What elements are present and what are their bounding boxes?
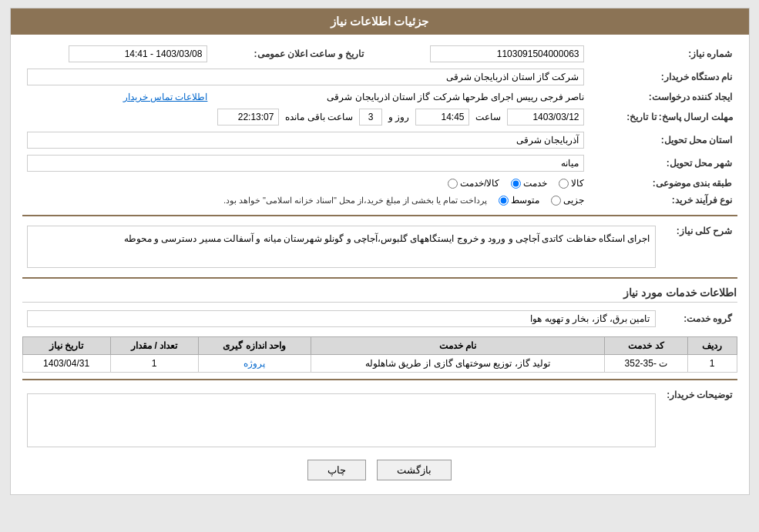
need-number-input: 1103091504000063 (430, 45, 584, 62)
cell-quantity: 1 (110, 355, 198, 373)
delivery-city-value-cell: میانه (22, 152, 589, 175)
buttons-area: بازگشت چاپ (22, 460, 737, 480)
service-group-value-cell: تامین برق، گاز، بخار و تهویه هوا (22, 307, 660, 330)
divider-2 (22, 277, 737, 279)
col-quantity: تعداد / مقدار (110, 337, 198, 355)
row-need-number: شماره نیاز: 1103091504000063 تاریخ و ساع… (22, 42, 737, 65)
row-delivery-province: استان محل تحویل: آذربایجان شرقی (22, 129, 737, 152)
purchase-type-medium-label: متوسط (511, 195, 539, 206)
requester-value-cell: ناصر فرجی رییس اجرای طرحها شرکت گاز استا… (212, 89, 589, 105)
row-category: طبقه بندی موضوعی: کالا خدمت کالا/خدمت (22, 175, 737, 192)
description-text: اجرای استگاه حفاظت کاتدی آجاچی و ورود و … (124, 233, 650, 244)
row-service-group: گروه خدمت: تامین برق، گاز، بخار و تهویه … (22, 307, 737, 330)
time-row: 1403/03/12 ساعت 14:45 روز و 3 ساعت باقی … (27, 109, 585, 125)
purchase-type-medium[interactable]: متوسط (499, 195, 539, 206)
response-deadline-value-cell: 1403/03/12 ساعت 14:45 روز و 3 ساعت باقی … (22, 105, 589, 129)
category-option-both[interactable]: کالا/خدمت (448, 178, 499, 189)
delivery-province-input: آذربایجان شرقی (27, 132, 585, 149)
divider-3 (22, 379, 737, 380)
description-value-cell: اجرای استگاه حفاظت کاتدی آجاچی و ورود و … (22, 223, 660, 271)
category-option-goods[interactable]: کالا (559, 178, 584, 189)
category-both-label: کالا/خدمت (460, 178, 499, 189)
description-table: شرح کلی نیاز: اجرای استگاه حفاظت کاتدی آ… (22, 223, 737, 271)
row-buyer-org: نام دستگاه خریدار: شرکت گاز استان اذربای… (22, 65, 737, 89)
table-row: 1 ت -35-352 تولید گاز، توزیع سوختهای گاز… (22, 355, 737, 373)
row-delivery-city: شهر محل تحویل: میانه (22, 152, 737, 175)
purchase-type-radio-group: جزیی متوسط پرداخت تمام یا بخشی از مبلغ خ… (27, 195, 585, 206)
buyer-org-input: شرکت گاز استان اذربایجان شرقی (27, 69, 585, 85)
category-radio-group: کالا خدمت کالا/خدمت (27, 178, 585, 189)
category-goods-label: کالا (571, 178, 584, 189)
buyer-notes-area (27, 393, 656, 447)
buyer-notes-label: توضیحات خریدار: (660, 386, 737, 450)
purchase-type-partial[interactable]: جزیی (551, 195, 584, 206)
description-label: شرح کلی نیاز: (660, 223, 737, 271)
delivery-city-input: میانه (27, 155, 585, 172)
print-button[interactable]: چاپ (307, 460, 366, 480)
purchase-type-partial-label: جزیی (563, 195, 584, 206)
back-button[interactable]: بازگشت (377, 460, 452, 480)
requester-value: ناصر فرجی رییس اجرای طرحها شرکت گاز استا… (327, 92, 584, 102)
announcement-date-value-cell: 1403/03/08 - 14:41 (22, 42, 213, 65)
service-group-label: گروه خدمت: (660, 307, 737, 330)
purchase-type-value-cell: جزیی متوسط پرداخت تمام یا بخشی از مبلغ خ… (22, 192, 589, 209)
cell-service-code: ت -35-352 (605, 355, 688, 373)
cell-service-name: تولید گاز، توزیع سوختهای گازی از طریق شا… (311, 355, 604, 373)
days-remaining-label: روز و (388, 112, 409, 122)
content-area: شماره نیاز: 1103091504000063 تاریخ و ساع… (11, 35, 749, 494)
info-table: شماره نیاز: 1103091504000063 تاریخ و ساع… (22, 42, 737, 209)
page-header: جزئیات اطلاعات نیاز (11, 8, 749, 35)
row-buyer-notes: توضیحات خریدار: (22, 386, 737, 450)
col-unit: واحد اندازه گیری (198, 337, 311, 355)
delivery-province-value-cell: آذربایجان شرقی (22, 129, 589, 152)
service-group-table: گروه خدمت: تامین برق، گاز، بخار و تهویه … (22, 307, 737, 330)
page-title: جزئیات اطلاعات نیاز (331, 15, 428, 28)
time-remaining-label: ساعت باقی مانده (285, 112, 353, 122)
services-table-body: 1 ت -35-352 تولید گاز، توزیع سوختهای گاز… (22, 355, 737, 373)
delivery-province-label: استان محل تحویل: (589, 129, 737, 152)
col-date: تاریخ نیاز (22, 337, 110, 355)
category-service-label: خدمت (523, 178, 547, 189)
buyer-notes-value-cell (22, 386, 660, 450)
services-table: ردیف کد خدمت نام خدمت واحد اندازه گیری ت… (22, 336, 737, 373)
purchase-radio-medium[interactable] (499, 196, 509, 206)
purchase-type-note: پرداخت تمام یا بخشی از مبلغ خرید،از محل … (223, 196, 488, 206)
category-radio-both[interactable] (448, 179, 458, 189)
time-remaining-box: 22:13:07 (217, 109, 279, 125)
cell-date: 1403/04/31 (22, 355, 110, 373)
need-number-value-cell: 1103091504000063 (379, 42, 589, 65)
services-section-header: اطلاعات خدمات مورد نیاز (22, 286, 737, 303)
cell-unit: پروژه (198, 355, 311, 373)
response-time-box: 14:45 (415, 109, 469, 125)
need-number-label: شماره نیاز: (589, 42, 737, 65)
row-description: شرح کلی نیاز: اجرای استگاه حفاظت کاتدی آ… (22, 223, 737, 271)
category-label: طبقه بندی موضوعی: (589, 175, 737, 192)
buyer-org-label: نام دستگاه خریدار: (589, 65, 737, 89)
response-deadline-label: مهلت ارسال پاسخ: تا تاریخ: (589, 105, 737, 129)
announcement-date-label: تاریخ و ساعت اعلان عمومی: (212, 42, 378, 65)
description-box: اجرای استگاه حفاظت کاتدی آجاچی و ورود و … (27, 226, 656, 268)
category-value-cell: کالا خدمت کالا/خدمت (22, 175, 589, 192)
category-option-service[interactable]: خدمت (511, 178, 547, 189)
row-purchase-type: نوع فرآیند خرید: جزیی متوسط پرداخت تمام … (22, 192, 737, 209)
contact-info-link[interactable]: اطلاعات تماس خریدار (123, 92, 208, 102)
services-table-header: ردیف کد خدمت نام خدمت واحد اندازه گیری ت… (22, 337, 737, 355)
cell-row-number: 1 (687, 355, 737, 373)
row-response-deadline: مهلت ارسال پاسخ: تا تاریخ: 1403/03/12 سا… (22, 105, 737, 129)
requester-label: ایجاد کننده درخواست: (589, 89, 737, 105)
buyer-notes-table: توضیحات خریدار: (22, 386, 737, 450)
buyer-org-value-cell: شرکت گاز استان اذربایجان شرقی (22, 65, 589, 89)
contact-link-cell: اطلاعات تماس خریدار (22, 89, 213, 105)
divider-1 (22, 215, 737, 216)
col-row-number: ردیف (687, 337, 737, 355)
time-label: ساعت (475, 112, 501, 122)
days-remaining-box: 3 (359, 109, 382, 125)
category-radio-goods[interactable] (559, 179, 569, 189)
purchase-radio-partial[interactable] (551, 196, 561, 206)
announcement-date-input: 1403/03/08 - 14:41 (69, 45, 207, 62)
purchase-type-label: نوع فرآیند خرید: (589, 192, 737, 209)
category-radio-service[interactable] (511, 179, 521, 189)
delivery-city-label: شهر محل تحویل: (589, 152, 737, 175)
col-service-code: کد خدمت (605, 337, 688, 355)
service-group-input: تامین برق، گاز، بخار و تهویه هوا (27, 310, 656, 327)
